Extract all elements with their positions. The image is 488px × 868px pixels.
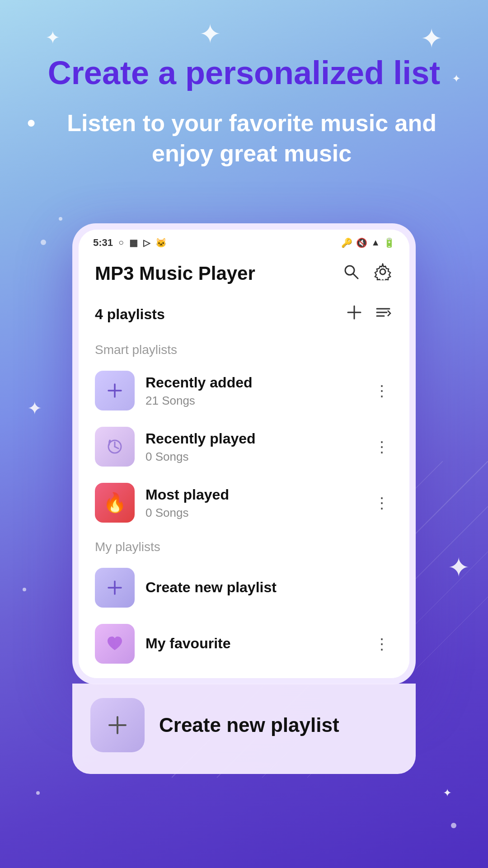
status-icon-3: ▷ [143, 237, 150, 248]
my-favourite-name: My favourite [145, 634, 371, 653]
my-playlists-label: My playlists [79, 531, 409, 560]
bottom-create-bar[interactable]: Create new playlist [72, 684, 416, 774]
recently-played-name: Recently played [145, 429, 371, 448]
bottom-create-label: Create new playlist [159, 714, 339, 736]
fire-icon: 🔥 [103, 491, 127, 514]
decoration-dot [36, 791, 40, 795]
sparkle-icon: ✦ [27, 398, 42, 419]
playlist-item-recently-played[interactable]: Recently played 0 Songs ⋮ [79, 419, 409, 475]
decoration-dot [23, 588, 26, 591]
my-favourite-more-button[interactable]: ⋮ [371, 631, 393, 656]
svg-line-7 [353, 274, 358, 278]
hero-section: Create a personalized list • Listen to y… [0, 0, 488, 196]
decoration-dot [59, 217, 62, 221]
recently-added-thumb [95, 371, 135, 410]
status-left: 5:31 ○ ▦ ▷ 🐱 [93, 237, 167, 249]
recently-added-more-button[interactable]: ⋮ [371, 378, 393, 403]
playlist-item-my-favourite[interactable]: My favourite ⋮ [79, 616, 409, 678]
recently-played-thumb [95, 427, 135, 467]
clock-icon [105, 437, 125, 457]
status-bar: 5:31 ○ ▦ ▷ 🐱 🔑 🔇 ▲ 🔋 [79, 230, 409, 252]
search-icon [343, 263, 360, 280]
plus-icon [105, 381, 125, 401]
most-played-songs: 0 Songs [145, 506, 371, 520]
recently-played-more-button[interactable]: ⋮ [371, 434, 393, 459]
add-icon [346, 304, 362, 321]
most-played-info: Most played 0 Songs [145, 486, 371, 520]
hero-title: Create a personalized list [27, 54, 461, 92]
sort-button[interactable] [373, 302, 393, 326]
hero-bullet: • [27, 108, 35, 139]
status-icon-1: ○ [118, 237, 124, 248]
add-playlist-button[interactable] [344, 302, 364, 326]
playlist-count: 4 playlists [95, 306, 165, 323]
phone-screen: 5:31 ○ ▦ ▷ 🐱 🔑 🔇 ▲ 🔋 MP3 Music Player [79, 230, 409, 678]
battery-icon: 🔋 [384, 237, 395, 248]
recently-played-songs: 0 Songs [145, 450, 371, 464]
my-favourite-thumb [95, 624, 135, 664]
header-icons [341, 261, 393, 286]
smart-playlists-label: Smart playlists [79, 334, 409, 363]
sort-icon [375, 304, 391, 321]
create-new-info: Create new playlist [145, 578, 393, 597]
decoration-dot [451, 823, 456, 828]
recently-played-info: Recently played 0 Songs [145, 429, 371, 464]
bottom-add-button[interactable] [90, 698, 145, 752]
hero-subtitle: • Listen to your favorite music and enjo… [27, 108, 461, 169]
svg-point-8 [380, 269, 385, 274]
status-time: 5:31 [93, 237, 113, 249]
bottom-plus-icon [105, 712, 130, 738]
heart-icon [105, 634, 125, 654]
playlist-item-create-new[interactable]: Create new playlist [79, 560, 409, 616]
sparkle-icon: ✦ [443, 787, 452, 799]
most-played-name: Most played [145, 486, 371, 505]
hero-subtitle-text: Listen to your favorite music and enjoy … [42, 108, 461, 169]
app-title: MP3 Music Player [95, 263, 255, 284]
status-icon-4: 🐱 [155, 237, 167, 248]
create-new-name: Create new playlist [145, 578, 393, 597]
phone-mockup: 5:31 ○ ▦ ▷ 🐱 🔑 🔇 ▲ 🔋 MP3 Music Player [72, 223, 416, 684]
playlist-item-most-played[interactable]: 🔥 Most played 0 Songs ⋮ [79, 475, 409, 531]
app-header: MP3 Music Player [79, 252, 409, 295]
mute-icon: 🔇 [356, 237, 367, 248]
status-right: 🔑 🔇 ▲ 🔋 [341, 237, 395, 248]
settings-button[interactable] [372, 261, 393, 286]
svg-line-18 [115, 447, 118, 448]
playlist-count-row: 4 playlists [79, 295, 409, 334]
recently-added-songs: 21 Songs [145, 394, 371, 408]
signal-icon: ▲ [371, 237, 380, 248]
decoration-dot [41, 240, 46, 245]
playlist-item-recently-added[interactable]: Recently added 21 Songs ⋮ [79, 363, 409, 419]
settings-icon [374, 263, 391, 280]
recently-added-name: Recently added [145, 373, 371, 392]
sparkle-icon: ✦ [447, 552, 470, 583]
status-icon-2: ▦ [129, 237, 138, 248]
create-new-thumb [95, 568, 135, 608]
key-icon: 🔑 [341, 237, 352, 248]
recently-added-info: Recently added 21 Songs [145, 373, 371, 408]
most-played-thumb: 🔥 [95, 483, 135, 523]
most-played-more-button[interactable]: ⋮ [371, 490, 393, 515]
playlist-count-actions [344, 302, 393, 326]
search-button[interactable] [341, 261, 361, 286]
create-plus-icon [105, 578, 125, 598]
my-favourite-info: My favourite [145, 634, 371, 653]
